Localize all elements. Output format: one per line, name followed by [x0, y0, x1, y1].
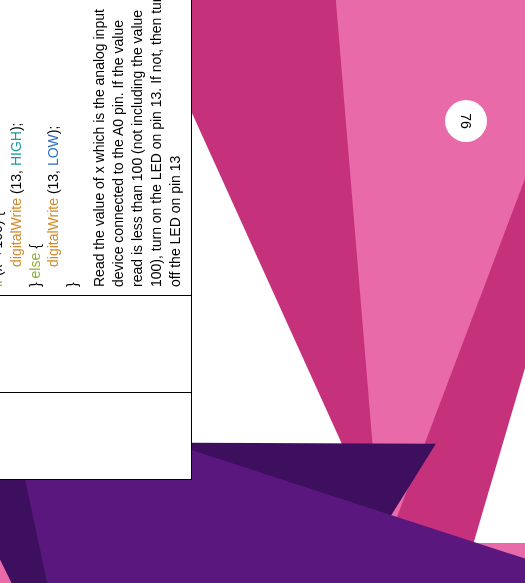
code-text: ); [45, 126, 61, 135]
code-line: if (x < 100) { [0, 0, 7, 287]
code-line: } [63, 0, 82, 287]
code-fn: digitalWrite [45, 194, 61, 267]
code-description: Read the value of x which is the analog … [90, 0, 184, 287]
page-number-badge: 76 [445, 100, 487, 142]
code-keyword: else [27, 249, 43, 279]
document-page: 76 13. Otherwise, turn off the LED on pi… [0, 0, 525, 583]
code-text: { [27, 244, 43, 249]
code-text: ); [8, 123, 24, 132]
code-text: (13, [45, 166, 61, 194]
operator-label-cell: Smaller than [0, 296, 191, 393]
code-and-description-cell: x = analogRead (A0); if (x < 100) { digi… [0, 0, 191, 296]
table-row: < Smaller than x = analogRead (A0); if (… [0, 0, 191, 480]
code-const: HIGH [8, 131, 24, 166]
operator-symbol-cell: < [0, 393, 191, 480]
code-line: } else { [26, 0, 45, 287]
rotated-content: 13. Otherwise, turn off the LED on pin 1… [0, 0, 192, 480]
operator-label-line2: than [0, 330, 1, 357]
code-text: } [64, 282, 80, 287]
code-text: (13, [8, 166, 24, 194]
code-keyword: if [0, 276, 5, 287]
page-number: 76 [458, 113, 474, 129]
code-const: LOW [45, 134, 61, 166]
code-line: digitalWrite (13, LOW); [44, 0, 63, 287]
code-text: (x < 100) { [0, 212, 5, 276]
operator-table: 13. Otherwise, turn off the LED on pin 1… [0, 0, 192, 480]
code-text: } [27, 278, 43, 287]
code-line: digitalWrite (13, HIGH); [7, 0, 26, 287]
code-fn: digitalWrite [8, 194, 24, 267]
